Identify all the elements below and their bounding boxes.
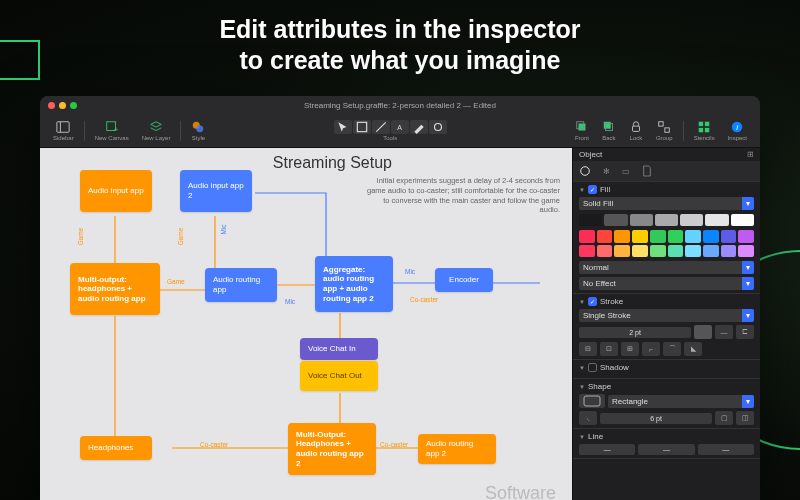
inspector-grid-toggle[interactable]: ⊞ — [747, 150, 754, 159]
swatch[interactable] — [597, 245, 613, 258]
svg-rect-0 — [57, 122, 69, 133]
new-canvas-button[interactable]: + New Canvas — [90, 119, 134, 142]
swatch[interactable] — [650, 230, 666, 243]
stroke-join-bevel[interactable]: ◣ — [684, 342, 702, 356]
edge-label: Co-caster — [410, 296, 438, 303]
shape-option-2[interactable]: ◫ — [736, 411, 754, 425]
tools-group[interactable]: A Tools — [329, 119, 452, 142]
new-layer-button[interactable]: New Layer — [137, 119, 176, 142]
line-tool-icon[interactable] — [372, 120, 390, 134]
zoom-icon[interactable] — [70, 102, 77, 109]
swatch[interactable] — [597, 230, 613, 243]
swatch[interactable] — [668, 245, 684, 258]
swatch[interactable] — [579, 245, 595, 258]
blend-mode-dropdown[interactable]: Normal — [579, 261, 754, 274]
style-button[interactable]: Style — [186, 119, 210, 142]
canvas-plus-icon: + — [105, 120, 119, 134]
canvas[interactable]: Streaming Setup Initial experiments sugg… — [40, 148, 572, 500]
stroke-cap-dropdown[interactable]: ⊏ — [736, 325, 754, 339]
swatch[interactable] — [685, 245, 701, 258]
swatch[interactable] — [703, 245, 719, 258]
swatch[interactable] — [650, 245, 666, 258]
tab-canvas[interactable]: ▭ — [616, 161, 636, 181]
swatch[interactable] — [721, 230, 737, 243]
corner-radius-field[interactable]: 6 pt — [600, 413, 712, 424]
node-audio-input-app-2[interactable]: Audio input app 2 — [180, 170, 252, 212]
node-encoder[interactable]: Encoder — [435, 268, 493, 292]
swatch[interactable] — [721, 245, 737, 258]
tab-object[interactable] — [573, 161, 597, 181]
swatch[interactable] — [630, 214, 653, 226]
svg-rect-11 — [604, 122, 611, 129]
svg-rect-6 — [357, 122, 366, 131]
app-window: Streaming Setup.graffle: 2-person detail… — [40, 96, 760, 500]
node-audio-routing-app-2[interactable]: Audio routing app 2 — [418, 434, 496, 464]
swatch[interactable] — [632, 245, 648, 258]
tab-properties[interactable]: ✻ — [597, 161, 616, 181]
section-stroke: ✓Stroke Single Stroke 2 pt — ⊏ ⊟ ⊡ ⊞ ⌐ ⌒… — [573, 294, 760, 360]
stroke-enabled-checkbox[interactable]: ✓ — [588, 297, 597, 306]
lock-button[interactable]: Lock — [624, 119, 648, 142]
front-button[interactable]: Front — [570, 119, 594, 142]
brush-tool-icon[interactable] — [429, 120, 447, 134]
swatch[interactable] — [703, 230, 719, 243]
text-tool-icon[interactable]: A — [391, 120, 409, 134]
group-button[interactable]: Group — [651, 119, 678, 142]
shape-tool-icon[interactable] — [353, 120, 371, 134]
stencils-button[interactable]: Stencils — [689, 119, 720, 142]
svg-rect-23 — [584, 396, 600, 406]
stroke-type-dropdown[interactable]: Single Stroke — [579, 309, 754, 322]
shadow-enabled-checkbox[interactable] — [588, 363, 597, 372]
node-multi-output-1[interactable]: Multi-output: headphones + audio routing… — [70, 263, 160, 315]
edge-label: Mic — [405, 268, 415, 275]
line-start-field[interactable]: — — [579, 444, 635, 455]
swatch[interactable] — [738, 230, 754, 243]
line-mid-field[interactable]: — — [638, 444, 694, 455]
node-voice-chat-in[interactable]: Voice Chat In — [300, 338, 378, 360]
node-multi-output-2[interactable]: Multi-Output: Headphones + audio routing… — [288, 423, 376, 475]
node-voice-chat-out[interactable]: Voice Chat Out — [300, 361, 378, 391]
pen-tool-icon[interactable] — [410, 120, 428, 134]
select-tool-icon[interactable] — [334, 120, 352, 134]
swatch[interactable] — [685, 230, 701, 243]
fill-enabled-checkbox[interactable]: ✓ — [588, 185, 597, 194]
stroke-position-inside[interactable]: ⊟ — [579, 342, 597, 356]
node-audio-input-app[interactable]: Audio input app — [80, 170, 152, 212]
stroke-join-round[interactable]: ⌒ — [663, 342, 681, 356]
swatch[interactable] — [668, 230, 684, 243]
svg-point-8 — [434, 124, 441, 131]
tab-document[interactable] — [636, 161, 658, 181]
shape-type-dropdown[interactable]: Rectangle — [608, 395, 754, 408]
swatch[interactable] — [738, 245, 754, 258]
stroke-color-swatch[interactable] — [694, 325, 712, 339]
node-headphones[interactable]: Headphones — [80, 436, 152, 460]
fill-effect-dropdown[interactable]: No Effect — [579, 277, 754, 290]
shape-option-1[interactable]: ▢ — [715, 411, 733, 425]
swatch[interactable] — [614, 230, 630, 243]
fill-type-dropdown[interactable]: Solid Fill — [579, 197, 754, 210]
line-end-field[interactable]: — — [698, 444, 754, 455]
swatch[interactable] — [731, 214, 754, 226]
back-button[interactable]: Back — [597, 119, 621, 142]
stroke-position-center[interactable]: ⊡ — [600, 342, 618, 356]
minimize-icon[interactable] — [59, 102, 66, 109]
inspect-button[interactable]: i Inspect — [723, 119, 752, 142]
stroke-width-field[interactable]: 2 pt — [579, 327, 691, 338]
node-aggregate[interactable]: Aggregate: audio routing app + audio rou… — [315, 256, 393, 312]
stroke-join-miter[interactable]: ⌐ — [642, 342, 660, 356]
shape-preview[interactable] — [579, 394, 605, 408]
stroke-dash-dropdown[interactable]: — — [715, 325, 733, 339]
swatch[interactable] — [604, 214, 627, 226]
swatch[interactable] — [655, 214, 678, 226]
close-icon[interactable] — [48, 102, 55, 109]
sidebar-button[interactable]: Sidebar — [48, 119, 79, 142]
swatch[interactable] — [705, 214, 728, 226]
swatch[interactable] — [579, 214, 602, 226]
window-controls[interactable] — [48, 102, 77, 109]
swatch[interactable] — [680, 214, 703, 226]
swatch[interactable] — [579, 230, 595, 243]
stroke-position-outside[interactable]: ⊞ — [621, 342, 639, 356]
node-audio-routing-app[interactable]: Audio routing app — [205, 268, 277, 302]
swatch[interactable] — [614, 245, 630, 258]
swatch[interactable] — [632, 230, 648, 243]
